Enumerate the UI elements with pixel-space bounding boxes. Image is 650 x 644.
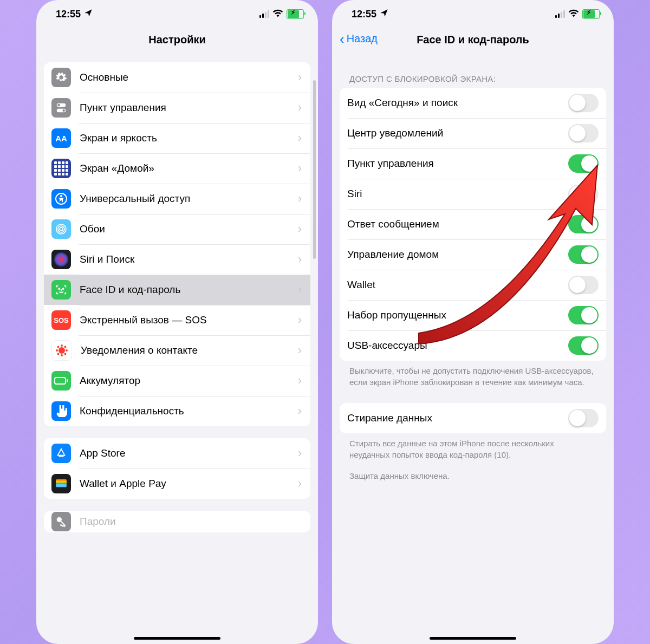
nav-header: ‹ Назад Face ID и код-пароль (332, 26, 614, 51)
svg-rect-26 (56, 484, 67, 487)
display-icon: AA (51, 128, 71, 148)
switch[interactable] (568, 409, 599, 427)
chevron-right-icon: › (298, 131, 302, 145)
back-button[interactable]: ‹ Назад (340, 32, 378, 46)
chevron-right-icon: › (298, 446, 302, 460)
toggle-today-view[interactable]: Вид «Сегодня» и поиск (340, 88, 606, 118)
siri-icon (51, 250, 71, 269)
exposure-icon (51, 340, 72, 361)
scrollbar[interactable] (313, 80, 316, 259)
switch[interactable] (568, 94, 599, 112)
chevron-right-icon: › (298, 343, 302, 357)
status-time: 12:55 (56, 9, 81, 20)
svg-point-13 (61, 355, 62, 356)
row-emergency-sos[interactable]: SOS Экстренный вызов — SOS › (44, 305, 310, 335)
toggle-label: Ответ сообщением (347, 218, 560, 230)
toggle-siri[interactable]: Siri (340, 179, 606, 209)
svg-point-15 (66, 350, 67, 351)
row-label: Конфиденциальность (80, 405, 289, 417)
home-indicator[interactable] (430, 637, 516, 640)
wifi-icon (568, 9, 579, 20)
toggle-label: Набор пропущенных (347, 309, 560, 321)
status-bar: 12:55 ⚡︎ (36, 0, 318, 26)
svg-point-11 (58, 347, 65, 354)
toggle-label: Вид «Сегодня» и поиск (347, 97, 560, 109)
toggle-label: Управление домом (347, 249, 560, 261)
row-label: Экран и яркость (80, 132, 289, 144)
faceid-passcode-screen: 12:55 ⚡︎ ‹ Назад Face ID и код-пароль До… (332, 0, 614, 644)
svg-point-3 (62, 109, 65, 112)
row-general[interactable]: Основные › (44, 62, 310, 93)
toggle-usb-accessories[interactable]: USB-аксессуары (340, 330, 606, 361)
row-label: Универсальный доступ (80, 193, 289, 205)
switch[interactable] (568, 185, 599, 203)
status-bar: 12:55 ⚡︎ (332, 0, 614, 26)
row-label: App Store (80, 447, 289, 459)
row-label: Пароли (80, 516, 302, 528)
settings-main-screen: 12:55 ⚡︎ Настройки Основные › Пункт упра (36, 0, 318, 644)
switch[interactable] (568, 276, 599, 294)
row-label: Siri и Поиск (80, 253, 289, 265)
row-privacy[interactable]: Конфиденциальность › (44, 396, 310, 426)
svg-point-16 (57, 346, 58, 347)
chevron-right-icon: › (298, 283, 302, 297)
row-passwords[interactable]: Пароли (44, 511, 310, 532)
location-arrow-icon (380, 9, 388, 20)
row-wallpaper[interactable]: Обои › (44, 214, 310, 244)
toggle-group-lockscreen: Вид «Сегодня» и поиск Центр уведомлений … (340, 88, 606, 361)
toggle-label: Стирание данных (347, 412, 560, 424)
home-indicator[interactable] (134, 637, 220, 640)
toggle-notification-center[interactable]: Центр уведомлений (340, 118, 606, 148)
switch[interactable] (568, 154, 599, 173)
toggle-home-control[interactable]: Управление домом (340, 239, 606, 270)
svg-point-12 (61, 345, 62, 346)
toggle-reply-message[interactable]: Ответ сообщением (340, 209, 606, 239)
row-faceid-passcode[interactable]: Face ID и код-пароль › (44, 275, 310, 305)
status-time: 12:55 (352, 9, 376, 20)
row-home-screen[interactable]: Экран «Домой» › (44, 153, 310, 184)
control-center-icon (51, 98, 71, 118)
wallet-icon (51, 474, 71, 493)
privacy-hand-icon (51, 401, 71, 421)
toggle-control-center[interactable]: Пункт управления (340, 148, 606, 179)
row-label: Аккумулятор (80, 375, 289, 387)
switch[interactable] (568, 336, 599, 355)
chevron-right-icon: › (298, 404, 302, 418)
toggle-erase-data[interactable]: Стирание данных (340, 403, 606, 433)
row-battery[interactable]: Аккумулятор › (44, 366, 310, 396)
svg-point-19 (64, 353, 66, 354)
svg-point-14 (56, 350, 57, 351)
battery-charging-icon: ⚡︎ (582, 9, 600, 19)
cellular-signal-icon (259, 10, 269, 18)
settings-group-passwords-peek: Пароли (44, 511, 310, 532)
usb-footnote: Выключите, чтобы не допустить подключени… (340, 361, 606, 388)
switch[interactable] (568, 306, 599, 324)
toggle-wallet[interactable]: Wallet (340, 270, 606, 300)
switch[interactable] (568, 124, 599, 142)
toggle-label: Siri (347, 188, 560, 200)
toggle-label: Центр уведомлений (347, 127, 560, 139)
switch[interactable] (568, 245, 599, 264)
row-siri-search[interactable]: Siri и Поиск › (44, 244, 310, 275)
page-title: Face ID и код-пароль (417, 34, 529, 45)
switch[interactable] (568, 215, 599, 233)
row-wallet-applepay[interactable]: Wallet и Apple Pay › (44, 469, 310, 499)
accessibility-icon (51, 189, 71, 209)
faceid-icon (51, 280, 71, 300)
row-control-center[interactable]: Пункт управления › (44, 93, 310, 123)
row-app-store[interactable]: App Store › (44, 438, 310, 469)
chevron-right-icon: › (298, 70, 302, 84)
row-exposure-notifications[interactable]: Уведомления о контакте › (44, 335, 310, 366)
row-display-brightness[interactable]: AA Экран и яркость › (44, 123, 310, 153)
row-accessibility[interactable]: Универсальный доступ › (44, 184, 310, 214)
chevron-right-icon: › (298, 161, 302, 175)
settings-group-store: App Store › Wallet и Apple Pay › (44, 438, 310, 499)
back-label: Назад (347, 32, 378, 45)
chevron-left-icon: ‹ (340, 32, 344, 46)
wallpaper-icon (51, 219, 71, 239)
svg-point-2 (57, 104, 60, 107)
chevron-right-icon: › (298, 222, 302, 236)
cellular-signal-icon (555, 10, 565, 18)
row-label: Обои (80, 223, 289, 235)
toggle-return-missed-calls[interactable]: Набор пропущенных (340, 300, 606, 330)
